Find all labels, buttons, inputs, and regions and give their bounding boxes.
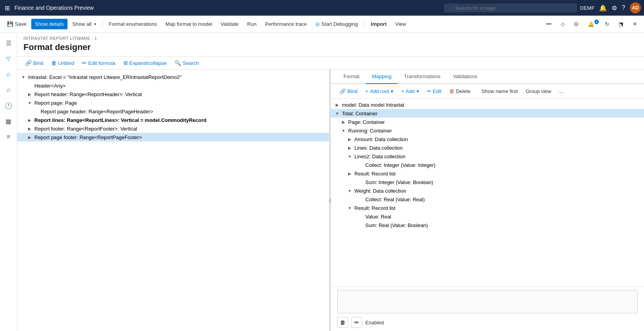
edit-formula-button[interactable]: ✏ Edit formula xyxy=(80,59,117,67)
search-button[interactable]: 🔍 Search xyxy=(173,59,200,67)
toggle-model[interactable]: ▶ xyxy=(334,102,340,108)
show-all-button[interactable]: Show all ▾ xyxy=(68,19,100,29)
sidebar-icon-grid[interactable]: ▦ xyxy=(2,114,16,128)
badge-button[interactable]: 🔔1 xyxy=(584,19,600,29)
detail-edit-button[interactable]: ✏ xyxy=(351,317,362,328)
validate-button[interactable]: Validate xyxy=(217,19,242,29)
delete-icon-map: 🗑 xyxy=(449,88,454,94)
toggle-result[interactable]: ▶ xyxy=(347,170,353,177)
sidebar-icon-filter[interactable]: ▽ xyxy=(2,52,16,66)
map-item-value-real[interactable]: Value: Real xyxy=(331,212,644,221)
start-debugging-button[interactable]: ◎ Start Debugging xyxy=(311,19,362,29)
sidebar-icon-star[interactable]: ☆ xyxy=(2,83,16,97)
detail-delete-button[interactable]: 🗑 xyxy=(337,317,348,328)
show-name-first-button[interactable]: Show name first xyxy=(479,87,520,95)
expand-collapse-button[interactable]: ⊞ Expand/collapse xyxy=(122,59,168,67)
global-search-input[interactable] xyxy=(444,4,577,13)
run-button[interactable]: Run xyxy=(243,19,260,29)
map-item-result[interactable]: ▶ Result: Record list xyxy=(331,169,644,178)
toggle-total[interactable]: ▼ xyxy=(334,110,340,116)
map-item-weight[interactable]: ▼ Weight: Data collection xyxy=(331,186,644,195)
group-view-button[interactable]: Group view xyxy=(523,87,554,95)
toggle-root[interactable]: ▼ xyxy=(20,74,27,80)
bind-button[interactable]: 🔗 Bind xyxy=(23,59,45,67)
toggle-rep-page[interactable]: ▼ xyxy=(27,100,33,106)
toggle-rep-lines[interactable]: ▶ xyxy=(27,117,33,123)
format-enum-button[interactable]: Format enumerations xyxy=(105,19,161,29)
toggle-rep-footer[interactable]: ▶ xyxy=(27,125,33,132)
import-button[interactable]: Import xyxy=(367,19,390,29)
save-button[interactable]: 💾 Save xyxy=(3,19,30,29)
tree-item-rep-header[interactable]: ▶ Report header: Range<ReportHeader>: Ve… xyxy=(17,90,329,98)
map-item-collect-int[interactable]: Collect: Integer (Value: Integer) xyxy=(331,161,644,169)
tab-format[interactable]: Format xyxy=(337,70,366,84)
view-button[interactable]: View xyxy=(391,19,410,29)
action-bar: 💾 Save Show details Show all ▾ Format en… xyxy=(0,16,644,33)
bell-icon[interactable]: 🔔 xyxy=(599,4,607,12)
pane-resizer[interactable] xyxy=(329,70,331,331)
add-root-button[interactable]: + Add root ▾ xyxy=(363,87,396,95)
map-item-sum-int[interactable]: Sum: Integer (Value: Boolean) xyxy=(331,178,644,186)
enabled-label: Enabled xyxy=(365,320,384,326)
map-item-total[interactable]: ▼ Total: Container xyxy=(331,109,644,118)
tree-item-rep-lines[interactable]: ▶ Report lines: Range<ReportLines>: Vert… xyxy=(17,116,329,124)
unbind-button[interactable]: 🗑 Unbind xyxy=(50,59,76,67)
sep-1 xyxy=(102,20,103,29)
close-button[interactable]: ✕ xyxy=(629,19,641,29)
map-item-running[interactable]: ▼ Running: Container xyxy=(331,126,644,135)
settings-icon[interactable]: ⚙ xyxy=(612,4,617,12)
trash-icon: 🗑 xyxy=(51,60,57,66)
tree-item-root[interactable]: ▼ Intrastat: Excel = "Intrastat report L… xyxy=(17,73,329,81)
tree-item-rep-page-footer[interactable]: ▶ Report page footer: Range<ReportPageFo… xyxy=(17,133,329,141)
action-bar-right: ••• ◇ ⊟ 🔔1 ↻ ⬔ ✕ xyxy=(542,19,641,29)
sidebar-icon-list[interactable]: ≡ xyxy=(2,130,16,144)
right-pane: Format Mapping Transformations Validatio… xyxy=(331,70,644,331)
tree-item-rep-footer[interactable]: ▶ Report footer: Range<ReportFooter>: Ve… xyxy=(17,124,329,133)
tree-item-rep-page[interactable]: ▼ Report page: Page xyxy=(17,98,329,107)
map-item-collect-real[interactable]: Collect: Real (Value: Real) xyxy=(331,195,644,204)
sidebar: ☰ ▽ ⌂ ☆ 🕐 ▦ ≡ xyxy=(0,33,17,331)
toggle-lines[interactable]: ▶ xyxy=(347,145,353,151)
toggle-running[interactable]: ▼ xyxy=(340,127,347,134)
tab-validations[interactable]: Validations xyxy=(447,70,484,84)
map-item-lines[interactable]: ▶ Lines: Data collection xyxy=(331,143,644,152)
edit-button[interactable]: ✏ Edit xyxy=(425,87,444,95)
map-item-model[interactable]: ▶ model: Data model Intrastat xyxy=(331,100,644,109)
add-button[interactable]: + Add ▾ xyxy=(399,87,422,95)
page-header: INTRASTAT REPORT LITWARE : 1 Format desi… xyxy=(17,33,644,57)
tree-item-rep-page-header[interactable]: Report page header: Range<ReportPageHead… xyxy=(17,107,329,116)
toggle-page[interactable]: ▶ xyxy=(340,119,347,125)
map-format-button[interactable]: Map format to model xyxy=(162,19,216,29)
tree-item-header[interactable]: ▶ Header<Any> xyxy=(17,81,329,90)
popout-button[interactable]: ⬔ xyxy=(615,19,627,29)
help-icon[interactable]: ? xyxy=(622,4,625,11)
refresh-button[interactable]: ↻ xyxy=(601,19,613,29)
map-item-page[interactable]: ▶ Page: Container xyxy=(331,118,644,126)
more-map-button[interactable]: ... xyxy=(557,87,566,95)
split-button[interactable]: ⊟ xyxy=(570,19,582,29)
toggle-weight[interactable]: ▼ xyxy=(347,188,353,194)
map-item-lines2[interactable]: ▼ Lines2: Data collection xyxy=(331,152,644,161)
toggle-lines2[interactable]: ▼ xyxy=(347,153,353,159)
sidebar-icon-menu[interactable]: ☰ xyxy=(2,36,16,50)
detail-textarea[interactable] xyxy=(337,290,638,313)
toggle-rep-page-footer[interactable]: ▶ xyxy=(27,134,33,140)
perf-trace-button[interactable]: Performance trace xyxy=(261,19,311,29)
tab-mapping[interactable]: Mapping xyxy=(366,70,398,84)
sidebar-icon-clock[interactable]: 🕐 xyxy=(2,98,16,113)
map-item-amount[interactable]: ▶ Amount: Data collection xyxy=(331,135,644,143)
toggle-rep-header[interactable]: ▶ xyxy=(27,91,33,97)
diamond-button[interactable]: ◇ xyxy=(557,19,569,29)
sidebar-icon-home[interactable]: ⌂ xyxy=(2,67,16,81)
toggle-weight-result[interactable]: ▼ xyxy=(347,205,353,211)
map-bind-button[interactable]: 🔗 Bind xyxy=(337,87,360,95)
map-item-sum-real[interactable]: Sum: Real (Value: Boolean) xyxy=(331,221,644,229)
grid-icon[interactable]: ⊞ xyxy=(3,3,11,13)
tab-transformations[interactable]: Transformations xyxy=(398,70,447,84)
more-options-button[interactable]: ••• xyxy=(542,19,555,29)
map-item-weight-result[interactable]: ▼ Result: Record list xyxy=(331,204,644,212)
split-pane: ▼ Intrastat: Excel = "Intrastat report L… xyxy=(17,70,644,331)
delete-button[interactable]: 🗑 Delete xyxy=(447,87,473,95)
toggle-amount[interactable]: ▶ xyxy=(347,136,353,142)
show-details-button[interactable]: Show details xyxy=(31,19,68,29)
